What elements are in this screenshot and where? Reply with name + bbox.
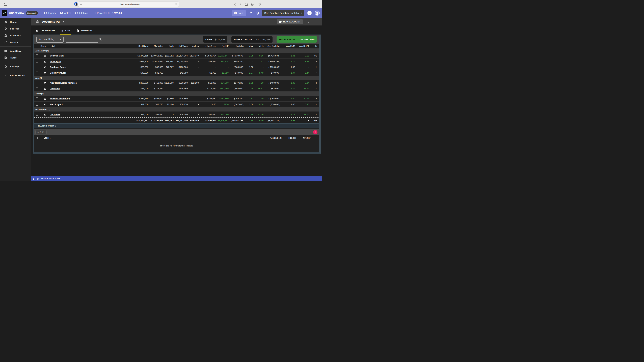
url-text[interactable]: client.assetview.com <box>84 3 175 5</box>
projected-date-link[interactable]: 12/31/30 <box>112 12 122 14</box>
more-options-button[interactable]: ••• <box>314 20 318 23</box>
column-header-u-gain-loss[interactable]: U Gain/Loss <box>200 45 217 47</box>
table-row[interactable]: Schwab Main$8,473,518$10,013,222$111,082… <box>34 53 319 59</box>
table-row[interactable]: CB Wallet$21,000$58,490-$58,490-$37,490$… <box>34 112 319 117</box>
column-header-cash[interactable]: Cash <box>164 45 174 47</box>
row-checkbox[interactable] <box>36 103 38 106</box>
new-tab-icon[interactable] <box>228 3 230 5</box>
account-link[interactable]: Schwab Main <box>50 54 131 57</box>
target-icon[interactable] <box>256 11 259 15</box>
back-icon[interactable] <box>234 3 236 5</box>
column-header-inc-exp[interactable]: Inc/Exp <box>189 45 200 47</box>
row-checkbox[interactable] <box>36 87 38 90</box>
account-link[interactable]: Schwab Secondary <box>50 97 131 100</box>
column-header-acc-ret[interactable]: Acc Ret % <box>296 45 310 47</box>
sort-desc-icon: ↓ <box>50 137 51 139</box>
share-icon[interactable] <box>245 2 248 6</box>
help-button[interactable]: ? <box>308 11 312 15</box>
row-checkbox[interactable] <box>36 66 38 68</box>
column-header-mkt-value[interactable]: Mkt Value <box>150 45 164 47</box>
table-row[interactable]: JP Morgan$983,200$1,017,024$18,184$1,035… <box>34 59 319 64</box>
account-link[interactable]: Global Ventures <box>50 71 131 74</box>
column-header-cashflow[interactable]: Cashflow <box>230 45 245 47</box>
radio-icon[interactable] <box>44 12 47 14</box>
table-row[interactable]: ABC Real Estate Ventures$400,000$412,000… <box>34 80 319 86</box>
cell-inc-exp: - <box>189 103 200 106</box>
column-header-[interactable]: % <box>310 45 318 47</box>
search-box[interactable] <box>66 36 98 42</box>
chevron-down-icon[interactable] <box>9 3 11 5</box>
account-link[interactable]: JP Morgan <box>50 60 131 63</box>
run-button[interactable]: ▶ RUN <box>36 130 46 134</box>
transforms-column-assignment[interactable]: Assignment <box>270 137 282 139</box>
transforms-column-creator[interactable]: Creator <box>303 137 310 139</box>
brand-name[interactable]: AssetView <box>9 11 24 15</box>
account-titling-dropdown[interactable]: Account Titling ▾ <box>36 36 64 42</box>
tab-summary[interactable]: SUMMARY <box>77 25 92 35</box>
forward-icon[interactable] <box>240 3 241 5</box>
table-row[interactable]: Global Ventures$40,000$42,750-$42,750-$2… <box>34 70 319 76</box>
column-header-cost-basis[interactable]: Cost Basis <box>131 45 150 47</box>
row-checkbox[interactable] <box>36 71 38 74</box>
search-input[interactable] <box>66 38 98 41</box>
privacy-shield-icon[interactable] <box>74 2 78 6</box>
account-link[interactable]: Coinbase <box>50 87 131 90</box>
column-header-tot-value[interactable]: ↓Tot Value <box>174 45 189 47</box>
tab-dashboard[interactable]: DASHBOARD <box>36 25 55 35</box>
reload-icon[interactable] <box>175 3 177 5</box>
page-title[interactable]: Accounts [All] <box>42 20 62 23</box>
sidebar-toggle-icon[interactable] <box>4 3 8 6</box>
table-row[interactable]: Merrill Lynch$47,600$47,770$2,400$50,170… <box>34 102 319 107</box>
row-checkbox[interactable] <box>36 97 38 100</box>
user-avatar[interactable] <box>314 10 320 15</box>
mode-active[interactable]: Active <box>60 12 71 14</box>
row-checkbox[interactable] <box>36 60 38 63</box>
chevron-down-icon[interactable]: ▾ <box>63 21 64 23</box>
account-link[interactable]: ABC Real Estate Ventures <box>50 82 131 84</box>
sidebar-item-app-store[interactable]: App Store <box>0 48 31 54</box>
sidebar-item-taxes[interactable]: Taxes <box>0 54 31 61</box>
column-header-acc-cashflow[interactable]: Acc Cashflow <box>264 45 281 47</box>
add-transform-button[interactable]: + <box>313 130 318 134</box>
select-all-checkbox[interactable] <box>36 45 38 47</box>
sync-icon[interactable] <box>249 11 252 15</box>
table-row[interactable]: Coinbase$63,000$175,469-$175,469-$112,46… <box>34 86 319 91</box>
sidebar-item-accounts[interactable]: Accounts <box>0 32 31 39</box>
projected-checkbox[interactable] <box>93 12 96 14</box>
account-link[interactable]: Goldman Sachs <box>50 66 131 68</box>
mode-lifetime[interactable]: Lifetime <box>75 12 88 14</box>
filter-icon[interactable] <box>307 21 310 23</box>
column-header-acc-mom[interactable]: Acc MoM <box>281 45 296 47</box>
table-row[interactable]: Schwab Secondary$253,340$407,000$1,660$4… <box>34 96 319 102</box>
portfolio-selector[interactable]: SB : Baseline Sandbox Portfolio ▾ <box>262 10 304 16</box>
column-header-profit-p[interactable]: Profit P <box>217 45 230 47</box>
column-header-ret[interactable]: Ret % <box>254 45 264 47</box>
new-button[interactable]: + New <box>232 10 246 16</box>
sidebar-item-assets[interactable]: Assets <box>0 39 31 45</box>
radio-icon[interactable] <box>60 12 63 14</box>
table-row[interactable]: Goldman Sachs$83,333$83,333$42,667$126,0… <box>34 64 319 70</box>
sidebar-item-sources[interactable]: Sources <box>0 25 31 32</box>
new-account-button[interactable]: + NEW ACCOUNT <box>277 19 303 24</box>
info-icon[interactable] <box>258 3 260 5</box>
sidebar-item-settings[interactable]: Settings <box>0 63 31 70</box>
transforms-column-handler[interactable]: Handler <box>288 137 296 139</box>
tabs-overview-icon[interactable] <box>251 3 254 5</box>
account-link[interactable]: CB Wallet <box>50 113 131 116</box>
row-checkbox[interactable] <box>36 82 38 84</box>
row-checkbox[interactable] <box>36 113 38 116</box>
row-checkbox[interactable] <box>36 54 38 57</box>
label-column[interactable]: Label <box>44 137 49 139</box>
radio-icon[interactable] <box>75 12 78 14</box>
sidebar-item-exit-portfolio[interactable]: Exit Portfolio <box>0 72 31 79</box>
column-header-group[interactable]: Group <box>40 45 50 47</box>
url-bar[interactable]: client.assetview.com <box>78 1 179 7</box>
column-header-label[interactable]: Label <box>50 45 131 47</box>
account-link[interactable]: Merrill Lynch <box>50 103 131 106</box>
sidebar-item-home[interactable]: Home <box>0 18 31 25</box>
select-all-checkbox[interactable] <box>38 137 40 139</box>
column-header-mom[interactable]: MoM <box>245 45 254 47</box>
sidebar-item-label: Exit Portfolio <box>10 74 25 77</box>
mode-history[interactable]: History <box>44 12 56 14</box>
tab-list[interactable]: LIST <box>61 25 70 35</box>
